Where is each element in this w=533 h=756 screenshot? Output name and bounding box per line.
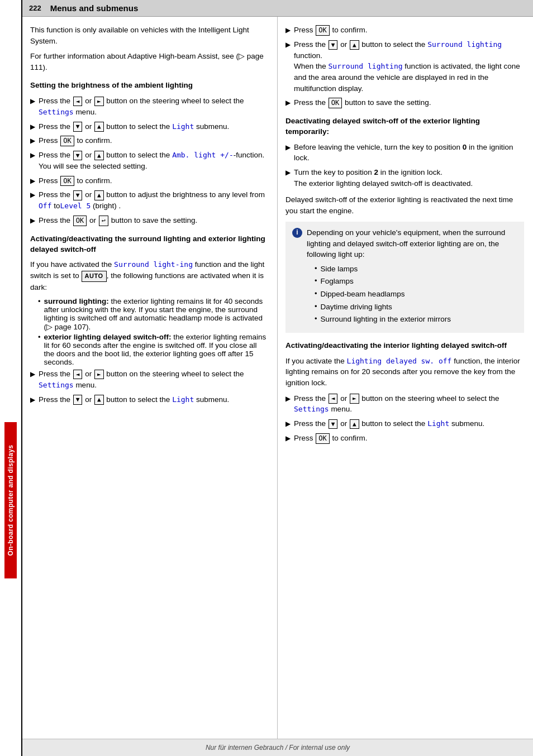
header-title: Menus and submenus bbox=[50, 3, 139, 13]
up-arrow-button: ▲ bbox=[350, 40, 359, 50]
bullet-dot: • bbox=[315, 276, 317, 286]
list-item: ▶ Before leaving the vehicle, turn the k… bbox=[285, 142, 524, 164]
up-arrow-button: ▲ bbox=[94, 151, 104, 160]
settings-menu-code: Settings bbox=[39, 381, 74, 389]
right-arrow-button: ► bbox=[94, 370, 104, 379]
left-arrow-button: ◄ bbox=[73, 97, 83, 106]
page-number: 222 bbox=[29, 4, 41, 12]
bullet-dot: • bbox=[315, 302, 317, 312]
down-arrow-button: ▼ bbox=[73, 151, 83, 160]
surround-lighting-code2: Surround lighting bbox=[329, 62, 403, 70]
bullet-dot: • bbox=[38, 297, 41, 305]
main-content: 222 Menus and submenus This function is … bbox=[21, 0, 533, 756]
bullet-text: Press OK to confirm. bbox=[39, 175, 268, 186]
light-submenu-code: Light bbox=[427, 419, 449, 428]
section1-heading: Setting the brightness of the ambient li… bbox=[30, 80, 268, 91]
deactivate-heading: Deactivating delayed switch-off of the e… bbox=[285, 116, 524, 137]
bullet-arrow-icon: ▶ bbox=[30, 122, 35, 132]
down-arrow-button: ▼ bbox=[73, 395, 83, 404]
bullet-arrow-icon: ▶ bbox=[30, 97, 35, 106]
list-item: •Dipped-beam headlamps bbox=[315, 289, 517, 300]
section2-intro: If you have activated the Surround light… bbox=[30, 259, 268, 293]
bullet-text: Press the ▼ or ▲ button to select the Li… bbox=[39, 121, 268, 132]
up-arrow-button: ▲ bbox=[350, 419, 359, 429]
ok-button: OK bbox=[329, 98, 342, 108]
info-box-text: Depending on your vehicle's equipment, w… bbox=[307, 228, 505, 259]
amb-light-code: Amb. light +/- bbox=[172, 151, 234, 159]
left-column: This function is only available on vehic… bbox=[22, 17, 278, 739]
sidebar: On-board computer and displays bbox=[0, 0, 21, 756]
list-item: ▶ Press the ▼ or ▲ button to adjust the … bbox=[30, 189, 268, 211]
bullet-arrow-icon: ▶ bbox=[285, 394, 291, 404]
info-box: i Depending on your vehicle's equipment,… bbox=[285, 222, 524, 333]
surround-features-list: • surround lighting: the exterior lighti… bbox=[38, 297, 268, 366]
bullet-arrow-icon: ▶ bbox=[285, 419, 291, 429]
bullet-arrow-icon: ▶ bbox=[30, 370, 35, 379]
section3-intro: If you activate the Lighting delayed sw.… bbox=[285, 356, 524, 389]
bullet-arrow-icon: ▶ bbox=[30, 395, 35, 405]
ok-button: OK bbox=[60, 176, 74, 186]
list-item: ▶ Press the ▼ or ▲ button to select the … bbox=[30, 394, 268, 405]
up-arrow-button: ▲ bbox=[94, 122, 104, 131]
bullet-text: Press the OK or ↩ button to save the set… bbox=[39, 215, 268, 226]
list-item: ▶ Press OK to confirm. bbox=[285, 25, 524, 36]
header: 222 Menus and submenus bbox=[22, 0, 533, 17]
bullet-arrow-icon: ▶ bbox=[285, 143, 291, 152]
list-item: ▶ Press OK to confirm. bbox=[30, 135, 268, 146]
light-submenu-code: Light bbox=[172, 122, 194, 131]
list-item: ▶ Press the ◄ or ► button on the steerin… bbox=[30, 95, 268, 117]
down-arrow-button: ▼ bbox=[73, 190, 83, 200]
page-wrapper: On-board computer and displays 222 Menus… bbox=[0, 0, 533, 756]
info-box-content: Depending on your vehicle's equipment, w… bbox=[307, 227, 517, 327]
list-item: ▶ Press the ◄ or ► button on the steerin… bbox=[285, 393, 524, 415]
ok-button: OK bbox=[73, 216, 87, 226]
list-item: ▶ Press the OK or ↩ button to save the s… bbox=[30, 215, 268, 226]
intro-p2: For further information about Adaptive H… bbox=[30, 51, 268, 73]
right-arrow-button: ► bbox=[94, 97, 104, 106]
bullet-text: surround lighting: the exterior lighting… bbox=[44, 297, 268, 331]
reactivate-text: Delayed switch-off of the exterior light… bbox=[285, 194, 524, 216]
bullet-arrow-icon: ▶ bbox=[30, 216, 35, 226]
list-item: ▶ Turn the key to position 2 in the igni… bbox=[285, 167, 524, 189]
list-item: ▶ Press OK to confirm. bbox=[30, 175, 268, 186]
bullet-text: exterior lighting delayed switch-off: th… bbox=[44, 333, 268, 366]
list-item: ▶ Press the ◄ or ► button on the steerin… bbox=[30, 369, 268, 390]
ok-button: OK bbox=[316, 433, 329, 444]
bullet-dot: • bbox=[38, 333, 41, 341]
bullet-text: Press the ▼ or ▲ button to select the Li… bbox=[294, 418, 524, 429]
bullet-arrow-icon: ▶ bbox=[285, 40, 291, 50]
list-item: ▶ Press the ▼ or ▲ button to select the … bbox=[285, 418, 524, 429]
intro-p1: This function is only available on vehic… bbox=[30, 25, 268, 46]
list-item: • exterior lighting delayed switch-off: … bbox=[38, 333, 268, 366]
bullet-text: Press OK to confirm. bbox=[39, 135, 268, 146]
bullet-text: Before leaving the vehicle, turn the key… bbox=[294, 142, 524, 164]
list-item: •Foglamps bbox=[315, 276, 517, 287]
bullet-arrow-icon: ▶ bbox=[285, 26, 291, 35]
bullet-text: Press OK to confirm. bbox=[294, 433, 524, 444]
ok-button: OK bbox=[60, 136, 74, 146]
bullet-dot: • bbox=[315, 314, 317, 324]
bullet-text: Press the OK button to save the setting. bbox=[294, 97, 524, 108]
bullet-arrow-icon: ▶ bbox=[285, 98, 291, 108]
list-item: ▶ Press the ▼ or ▲ button to select the … bbox=[285, 39, 524, 94]
bullet-text: Press the ▼ or ▲ button to select the Li… bbox=[39, 394, 268, 405]
list-item: ▶ Press the ▼ or ▲ button to select the … bbox=[30, 121, 268, 132]
surround-lighting-code: Surround lighting bbox=[427, 40, 502, 49]
right-arrow-button: ► bbox=[350, 394, 359, 403]
bullet-text: Turn the key to position 2 in the igniti… bbox=[294, 167, 524, 189]
bullet-text: Side lamps bbox=[321, 264, 358, 275]
footer-bar: Nur für internen Gebrauch / For internal… bbox=[22, 739, 533, 756]
bullet-text: Foglamps bbox=[321, 276, 354, 287]
section3-heading: Activating/deactivating the interior lig… bbox=[285, 341, 524, 351]
settings-menu-code: Settings bbox=[294, 405, 329, 413]
right-column: ▶ Press OK to confirm. ▶ Press the ▼ or … bbox=[278, 17, 533, 739]
bullet-text: Press the ◄ or ► button on the steering … bbox=[39, 95, 268, 117]
content-area: This function is only available on vehic… bbox=[22, 17, 533, 739]
bullet-arrow-icon: ▶ bbox=[285, 434, 291, 443]
bullet-text: Daytime driving lights bbox=[321, 302, 392, 313]
off-code: Off bbox=[39, 202, 51, 210]
bullet-text: Dipped-beam headlamps bbox=[321, 289, 405, 300]
bullet-text: Press OK to confirm. bbox=[294, 25, 524, 36]
ok-button: OK bbox=[316, 25, 329, 36]
info-icon: i bbox=[292, 228, 302, 238]
